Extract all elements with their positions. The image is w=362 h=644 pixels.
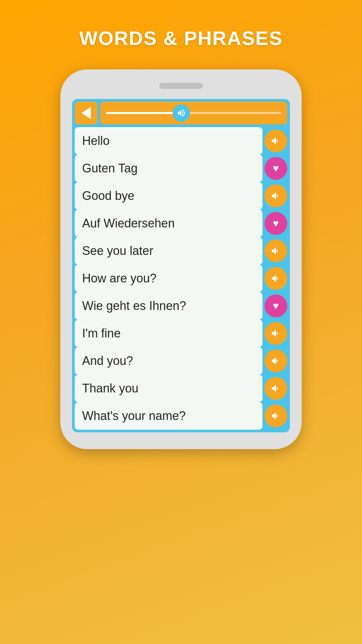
phone-notch [159, 83, 203, 89]
heart-icon: ♥ [273, 218, 279, 229]
phrase-row: And you? [75, 347, 287, 375]
phrase-text: How are you? [75, 265, 262, 292]
phrase-text: See you later [75, 237, 262, 265]
phrase-text: Auf Wiedersehen [75, 210, 262, 237]
audio-slider-container[interactable] [100, 102, 287, 124]
phrase-text: Hello [75, 127, 262, 155]
phrase-text: Thank you [75, 375, 262, 402]
phrase-text: Good bye [75, 182, 262, 210]
back-arrow-icon [81, 107, 91, 119]
phrase-text: And you? [75, 347, 262, 375]
play-button[interactable] [264, 267, 287, 290]
play-button[interactable] [264, 377, 287, 400]
phrase-row: See you later [75, 237, 287, 265]
play-button[interactable] [264, 350, 287, 372]
play-button[interactable] [264, 405, 287, 427]
phrase-row: How are you? [75, 265, 287, 292]
phone-screen: HelloGuten Tag♥Good byeAuf Wiedersehen♥S… [72, 99, 290, 432]
phrase-row: Guten Tag♥ [75, 155, 287, 182]
heart-icon: ♥ [273, 300, 279, 312]
back-button[interactable] [75, 102, 98, 124]
favorite-button[interactable]: ♥ [264, 294, 287, 317]
phrase-row: Good bye [75, 182, 287, 210]
slider-thumb[interactable] [173, 104, 190, 122]
play-button[interactable] [264, 184, 287, 207]
volume-icon [177, 108, 186, 118]
phrase-row: Thank you [75, 375, 287, 402]
play-button[interactable] [264, 322, 287, 345]
phrase-text: I'm fine [75, 320, 262, 347]
phrase-text: What's your name? [75, 402, 262, 430]
favorite-button[interactable]: ♥ [264, 157, 287, 180]
phone-shell: HelloGuten Tag♥Good byeAuf Wiedersehen♥S… [60, 69, 302, 449]
phrase-row: Auf Wiedersehen♥ [75, 210, 287, 237]
phrase-text: Wie geht es Ihnen? [75, 292, 262, 320]
phrases-list: HelloGuten Tag♥Good byeAuf Wiedersehen♥S… [75, 127, 287, 430]
phrase-row: What's your name? [75, 402, 287, 430]
heart-icon: ♥ [273, 163, 279, 174]
phrase-row: Hello [75, 127, 287, 155]
phrase-row: I'm fine [75, 320, 287, 347]
play-button[interactable] [264, 129, 287, 152]
play-button[interactable] [264, 239, 287, 262]
slider-track [106, 112, 281, 114]
audio-bar [75, 102, 287, 124]
favorite-button[interactable]: ♥ [264, 212, 287, 235]
phrase-text: Guten Tag [75, 155, 262, 182]
phrase-row: Wie geht es Ihnen?♥ [75, 292, 287, 320]
page-title: WORDS & PHRASES [79, 27, 283, 49]
